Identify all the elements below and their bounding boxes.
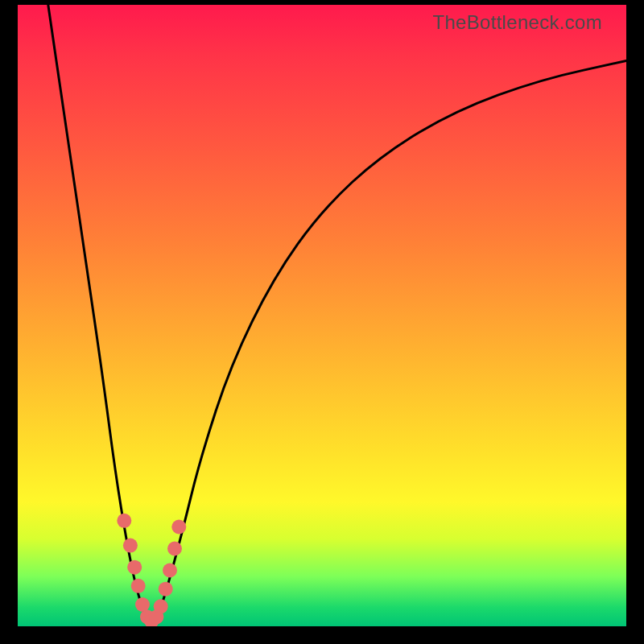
highlight-dot	[159, 582, 173, 597]
chart-frame: TheBottleneck.com	[0, 0, 644, 644]
highlight-dot	[135, 597, 150, 612]
highlight-dot	[123, 539, 138, 553]
highlight-dot	[117, 514, 131, 528]
highlight-dot	[163, 564, 177, 578]
dots-layer	[18, 5, 626, 626]
highlight-dot	[127, 560, 142, 575]
highlight-dot	[154, 599, 168, 613]
highlight-dot	[167, 542, 182, 556]
highlight-dot	[131, 579, 146, 593]
plot-area: TheBottleneck.com	[18, 5, 626, 626]
highlight-dot	[171, 520, 186, 535]
